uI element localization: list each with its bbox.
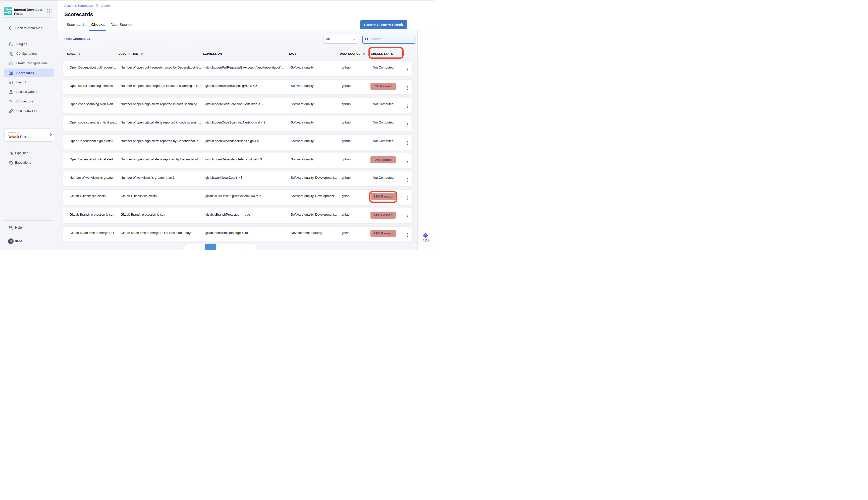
svg-text:?: ? [10, 226, 11, 228]
